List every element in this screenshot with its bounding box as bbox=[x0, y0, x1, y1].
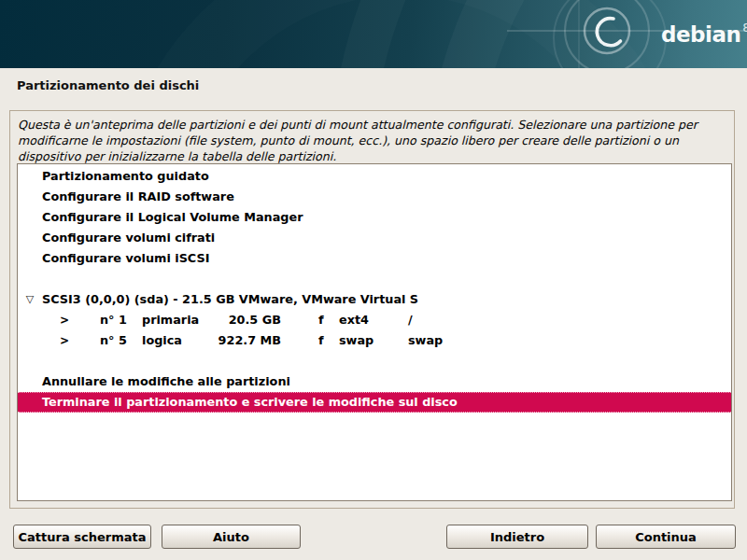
page-title: Partizionamento dei dischi bbox=[17, 78, 199, 92]
partition-size: 20.5 GB bbox=[204, 310, 281, 330]
brand-name: debian bbox=[661, 22, 740, 47]
list-item-configure-iscsi[interactable]: Configurare volumi iSCSI bbox=[18, 248, 731, 269]
list-item-configure-encrypted[interactable]: Configurare volumi cifrati bbox=[18, 228, 731, 248]
list-item-partition-5[interactable]: > n° 5 logica 922.7 MB f swap swap bbox=[18, 330, 731, 351]
disk-label: SCSI3 (0,0,0) (sda) - 21.5 GB VMware, VM… bbox=[42, 292, 418, 306]
partition-mountpoint: / bbox=[408, 310, 413, 330]
page-description: Questa è un'anteprima delle partizioni e… bbox=[18, 117, 726, 164]
chevron-right-icon: > bbox=[60, 330, 69, 351]
list-item-partition-1[interactable]: > n° 1 primaria 20.5 GB f ext4 / bbox=[18, 310, 731, 330]
partition-filesystem: swap bbox=[339, 330, 374, 351]
content-panel: Questa è un'anteprima delle partizioni e… bbox=[9, 110, 735, 509]
partition-mountpoint: swap bbox=[408, 330, 443, 351]
brand-version: 8 bbox=[742, 21, 747, 35]
continue-button[interactable]: Continua bbox=[596, 525, 736, 549]
list-item-configure-lvm[interactable]: Configurare il Logical Volume Manager bbox=[18, 207, 731, 228]
expander-triangle-icon[interactable]: ▽ bbox=[22, 289, 37, 310]
debian-banner: debian8 bbox=[0, 0, 747, 68]
list-item-guided-partitioning[interactable]: Partizionamento guidato bbox=[18, 166, 731, 187]
partition-list: Partizionamento guidato Configurare il R… bbox=[17, 163, 732, 501]
back-button[interactable]: Indietro bbox=[446, 525, 588, 549]
list-item-configure-raid[interactable]: Configurare il RAID software bbox=[18, 187, 731, 207]
partition-type: logica bbox=[142, 330, 182, 351]
partition-number: n° 1 bbox=[100, 310, 127, 330]
list-spacer-row bbox=[18, 351, 731, 371]
list-spacer-row bbox=[18, 269, 731, 289]
list-item-finish-partitioning[interactable]: Terminare il partizionamento e scrivere … bbox=[18, 392, 731, 413]
partition-size: 922.7 MB bbox=[204, 330, 281, 351]
screenshot-button[interactable]: Cattura schermata bbox=[13, 525, 151, 549]
list-item-undo-changes[interactable]: Annullare le modifiche alle partizioni bbox=[18, 371, 731, 392]
banner-decoration bbox=[0, 0, 747, 68]
debian-brand: debian8 bbox=[661, 16, 747, 49]
help-button[interactable]: Aiuto bbox=[162, 525, 301, 549]
partition-type: primaria bbox=[142, 310, 199, 330]
list-item-disk[interactable]: ▽ SCSI3 (0,0,0) (sda) - 21.5 GB VMware, … bbox=[18, 289, 731, 310]
partition-filesystem: ext4 bbox=[339, 310, 369, 330]
partition-number: n° 5 bbox=[100, 330, 127, 351]
partition-format-flag: f bbox=[318, 330, 324, 351]
partition-format-flag: f bbox=[318, 310, 324, 330]
chevron-right-icon: > bbox=[60, 310, 69, 330]
